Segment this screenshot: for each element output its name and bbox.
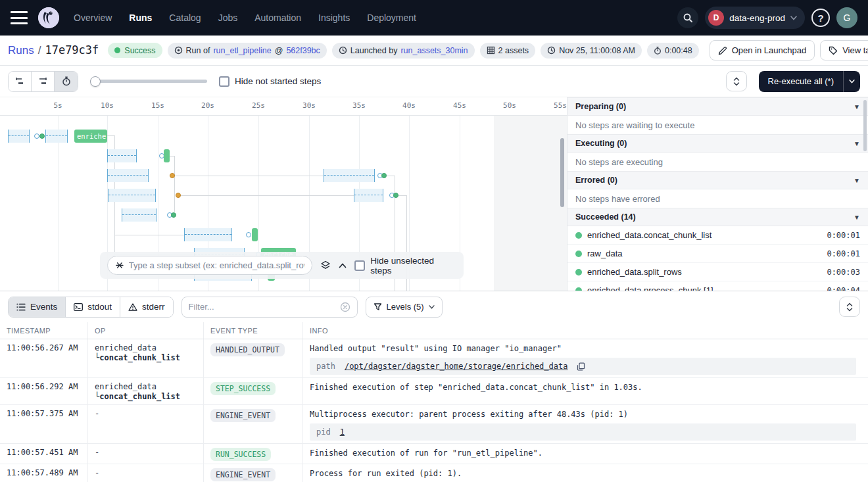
panel-resize-button[interactable] bbox=[726, 71, 747, 91]
layers-button[interactable] bbox=[320, 260, 331, 271]
hide-unselected-checkbox[interactable] bbox=[354, 260, 365, 271]
nav-item-catalog[interactable]: Catalog bbox=[169, 12, 201, 23]
step-marker-open[interactable] bbox=[246, 232, 251, 237]
event-row[interactable]: 11:00:57.451 AM-RUN_SUCCESSFinished exec… bbox=[0, 444, 868, 464]
step-waiting-box[interactable] bbox=[45, 130, 68, 143]
event-panel-resize-button[interactable] bbox=[839, 297, 860, 317]
event-message: Finished execution of run for "run_etl_p… bbox=[310, 448, 868, 458]
nav-item-jobs[interactable]: Jobs bbox=[218, 12, 238, 23]
step-marker-green[interactable] bbox=[393, 193, 398, 198]
tag-link[interactable]: run_assets_30min bbox=[400, 46, 468, 55]
run-tag-0[interactable]: Run of run_etl_pipeline @ 562f39bc bbox=[168, 43, 327, 59]
op-substep: └concat_chunk_list bbox=[95, 353, 203, 363]
gantt-mode-waterfall-button[interactable] bbox=[32, 72, 55, 91]
step-marker-green[interactable] bbox=[171, 212, 176, 218]
step-waiting-box[interactable] bbox=[8, 130, 30, 143]
succeeded-step-row[interactable]: enriched_data.concat_chunk_list0:00:01 bbox=[567, 226, 868, 245]
gantt-chart[interactable]: 5s10s15s20s25s30s35s40s45s50s55s enriche… bbox=[0, 97, 567, 291]
run-tag-4[interactable]: 0:00:48 bbox=[647, 43, 699, 59]
succeeded-step-row[interactable]: enriched_data.process_chunk [1]0:00:04 bbox=[567, 281, 868, 291]
event-row[interactable]: 11:00:56.267 AMenriched_data└concat_chun… bbox=[0, 339, 868, 378]
metadata-value[interactable]: /opt/dagster/dagster_home/storage/enrich… bbox=[345, 362, 568, 371]
section-header-executing[interactable]: Executing (0)▼ bbox=[567, 134, 868, 153]
section-header-succeeded[interactable]: Succeeded (14)▼ bbox=[567, 208, 868, 226]
nav-item-automation[interactable]: Automation bbox=[254, 12, 301, 23]
section-header-preparing[interactable]: Preparing (0)▼ bbox=[567, 97, 868, 116]
user-avatar[interactable]: G bbox=[836, 7, 857, 28]
step-waiting-box[interactable] bbox=[184, 228, 232, 241]
step-waiting-box[interactable] bbox=[107, 149, 137, 162]
step-marker-green[interactable] bbox=[39, 133, 45, 139]
reexecute-all-button[interactable]: Re-execute all (*) bbox=[759, 71, 860, 92]
dagster-logo[interactable] bbox=[38, 7, 59, 28]
step-marker-green[interactable] bbox=[381, 173, 387, 178]
gantt-scrollbar[interactable] bbox=[560, 138, 564, 207]
clock-icon bbox=[339, 46, 347, 55]
run-tag-1[interactable]: Launched by run_assets_30min bbox=[332, 43, 475, 59]
hide-not-started-checkbox[interactable] bbox=[219, 76, 229, 87]
nav-item-deployment[interactable]: Deployment bbox=[367, 12, 416, 23]
section-collapse-icon[interactable]: ▼ bbox=[854, 214, 860, 221]
step-waiting-box[interactable] bbox=[108, 189, 156, 202]
copy-icon[interactable] bbox=[577, 362, 585, 371]
tab-stderr[interactable]: stderr bbox=[120, 297, 173, 317]
succeeded-step-row[interactable]: raw_data0:00:01 bbox=[567, 245, 868, 263]
event-row[interactable]: 11:00:57.375 AM-ENGINE_EVENTMultiprocess… bbox=[0, 405, 868, 444]
workspace-switcher[interactable]: D data-eng-prod bbox=[705, 7, 805, 29]
hide-unselected-control: Hide unselected steps bbox=[354, 256, 456, 276]
step-waiting-box[interactable] bbox=[354, 189, 383, 202]
axis-tick-55s: 55s bbox=[554, 101, 567, 110]
section-label: Errored (0) bbox=[575, 176, 617, 185]
step-waiting-box[interactable] bbox=[324, 169, 375, 182]
step-waiting-box[interactable] bbox=[122, 208, 157, 222]
section-collapse-icon[interactable]: ▼ bbox=[854, 177, 860, 184]
section-label: Succeeded (14) bbox=[575, 212, 636, 222]
tag-text: 0:00:48 bbox=[665, 46, 692, 55]
run-tag-2[interactable]: 2 assets bbox=[480, 43, 536, 59]
nav-item-runs[interactable]: Runs bbox=[129, 12, 152, 23]
tag-link[interactable]: 562f39bc bbox=[286, 46, 320, 55]
slider-knob[interactable] bbox=[90, 76, 101, 87]
run-tag-3[interactable]: Nov 25, 11:00:08 AM bbox=[541, 43, 642, 59]
levels-dropdown[interactable]: Levels (5) bbox=[366, 297, 443, 318]
clear-filter-icon[interactable] bbox=[340, 302, 350, 312]
slider-track[interactable] bbox=[90, 80, 207, 83]
panel-scrollbar[interactable] bbox=[863, 100, 867, 151]
step-success-bar[interactable] bbox=[164, 149, 170, 162]
reexecute-dropdown-caret[interactable] bbox=[843, 71, 860, 92]
gantt-mode-flat-button[interactable] bbox=[9, 72, 32, 91]
gantt-zoom-slider[interactable] bbox=[90, 76, 207, 87]
step-subset-input[interactable]: Type a step subset (ex: enriched_data.sp… bbox=[107, 256, 312, 275]
breadcrumb-runs-link[interactable]: Runs bbox=[8, 44, 34, 57]
help-button[interactable]: ? bbox=[811, 9, 830, 27]
menu-icon[interactable] bbox=[11, 11, 28, 24]
section-header-errored[interactable]: Errored (0)▼ bbox=[567, 171, 868, 189]
collapse-overlay-button[interactable] bbox=[339, 263, 347, 268]
nav-item-insights[interactable]: Insights bbox=[318, 12, 350, 23]
step-duration: 0:00:01 bbox=[827, 249, 860, 258]
tag-link[interactable]: run_etl_pipeline bbox=[213, 46, 271, 55]
section-collapse-icon[interactable]: ▼ bbox=[854, 140, 860, 147]
nav-item-overview[interactable]: Overview bbox=[74, 12, 112, 23]
view-tags-config-button[interactable]: View tags and config bbox=[820, 40, 868, 60]
step-marker-orange[interactable] bbox=[176, 193, 181, 198]
tab-events[interactable]: Events bbox=[9, 297, 66, 317]
open-in-launchpad-button[interactable]: Open in Launchpad bbox=[710, 40, 815, 60]
step-success-bar[interactable]: enriche. bbox=[74, 130, 107, 143]
event-type-badge: HANDLED_OUTPUT bbox=[210, 343, 285, 356]
search-button[interactable] bbox=[677, 7, 698, 28]
succeeded-step-row[interactable]: enriched_data.split_rows0:00:03 bbox=[567, 263, 868, 281]
event-filter-input[interactable] bbox=[189, 302, 335, 312]
tab-stdout[interactable]: stdout bbox=[66, 297, 120, 317]
step-waiting-box[interactable] bbox=[107, 169, 149, 182]
assets-grid-icon bbox=[487, 46, 495, 55]
step-success-bar[interactable] bbox=[252, 228, 258, 241]
pencil-icon bbox=[718, 46, 727, 55]
event-row[interactable]: 11:00:56.292 AMenriched_data└concat_chun… bbox=[0, 378, 868, 405]
event-row[interactable]: 11:00:57.489 AM-ENGINE_EVENTProcess for … bbox=[0, 464, 868, 482]
event-type-badge: RUN_SUCCESS bbox=[210, 448, 271, 461]
section-collapse-icon[interactable]: ▼ bbox=[854, 103, 860, 110]
gantt-mode-timed-button[interactable] bbox=[55, 72, 78, 91]
step-marker-orange[interactable] bbox=[170, 173, 175, 178]
step-marker-open[interactable] bbox=[34, 133, 39, 139]
